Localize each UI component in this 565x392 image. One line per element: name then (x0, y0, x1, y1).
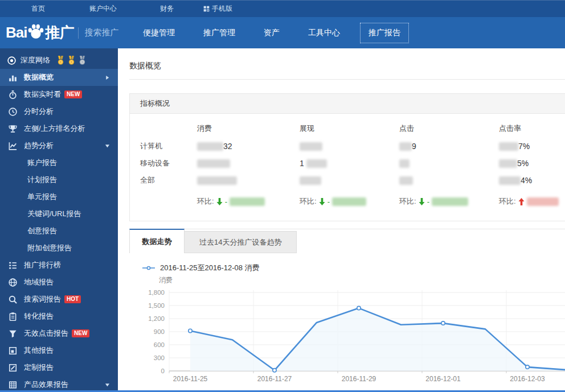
topbar-home-label: 首页 (31, 4, 45, 14)
main-navbar: Bai 推广 搜索推广 便捷管理 推广管理 资产 工具中心 推广报告 (0, 17, 565, 48)
sidebar-item-2[interactable]: 分时分析 (0, 103, 118, 120)
value-fragment: 7% (518, 142, 530, 151)
topbar-item-home[interactable]: 首页 (31, 4, 45, 14)
sidebar-subitem-label: 附加创意报告 (27, 243, 72, 253)
redacted-ratio-value (332, 197, 366, 206)
sidebar-item-7[interactable]: 搜索词报告HOT (0, 291, 118, 308)
sidebar-subitem-label: 账户报告 (27, 158, 57, 168)
clock-icon (8, 107, 18, 117)
metric-value-cell (197, 155, 300, 172)
nav-item-assets[interactable]: 资产 (256, 23, 288, 43)
sidebar-item-5[interactable]: 推广排行榜 (0, 257, 118, 274)
sub-brand-label: 搜索推广 (84, 27, 118, 38)
sidebar-subitem[interactable]: 关键词/URL报告 (0, 205, 118, 222)
legend-line-marker-icon (142, 265, 155, 271)
main-nav-items: 便捷管理 推广管理 资产 工具中心 推广报告 (135, 23, 421, 43)
sidebar-account[interactable]: 深度网络 (0, 52, 118, 69)
sidebar-item-label: 地域报告 (24, 277, 54, 287)
column-header-label: 点击率 (499, 123, 521, 134)
row-label: 全部 (140, 172, 197, 189)
redacted-value (197, 176, 237, 185)
metrics-panel-title: 指标概况 (130, 94, 565, 114)
svg-text:2016-11-29: 2016-11-29 (342, 375, 376, 383)
metric-value-cell: 7% (499, 138, 565, 155)
corner-cell (140, 119, 197, 138)
sidebar-item-label: 其他报告 (24, 345, 54, 356)
column-header: 消费 (197, 119, 300, 138)
redacted-value (300, 142, 322, 151)
column-header-label: 点击 (399, 123, 414, 134)
chart-legend[interactable]: 2016-11-25至2016-12-08 消费 (142, 263, 565, 273)
tab-data-trend[interactable]: 数据走势 (129, 229, 185, 253)
nav-item-promo-report[interactable]: 推广报告 (361, 23, 408, 43)
sidebar-subitem-label: 创意报告 (27, 226, 57, 236)
sidebar-item-label: 趋势分析 (24, 141, 54, 151)
bar-chart-icon (8, 73, 18, 82)
svg-text:消费: 消费 (159, 276, 173, 284)
ratio-label: 环比: (300, 196, 317, 207)
sidebar-item-8[interactable]: 转化报告 (0, 308, 118, 325)
metric-value-cell: 9 (399, 138, 499, 155)
svg-text:600: 600 (154, 341, 165, 348)
sidebar-item-label: 推广排行榜 (24, 260, 61, 270)
arrow-up-icon (518, 198, 525, 205)
tab-14day-device-trend[interactable]: 过去14天分推广设备趋势 (185, 231, 297, 253)
target-icon (7, 56, 17, 65)
column-header: 展现 (300, 119, 399, 138)
sidebar-item-11[interactable]: 定制报告 (0, 359, 118, 376)
svg-text:1,800: 1,800 (148, 289, 165, 296)
page-title: 数据概览 (129, 61, 565, 80)
redacted-value (499, 142, 518, 151)
app-window: 首页 账户中心 财务 手机版 Bai 推广 搜索推广 便捷管理 推广管理 资产 … (0, 0, 565, 392)
sidebar-item-label: 数据实时看 (24, 89, 61, 100)
arrow-down-icon (319, 198, 325, 205)
grid-icon (8, 380, 18, 390)
legend-label: 2016-11-25至2016-12-08 消费 (160, 263, 260, 273)
trend-chart[interactable]: 03006009001,2001,5001,800消费2016-11-25201… (129, 274, 565, 388)
sidebar-subitem[interactable]: 单元报告 (0, 188, 118, 205)
sidebar-subitem[interactable]: 创意报告 (0, 222, 118, 240)
redacted-value (499, 159, 517, 168)
topbar-item-mobile-version[interactable]: 手机版 (203, 4, 232, 14)
metrics-table: 消费展现点击点击率计算机3297%移动设备1 5%全部4%环比:-环比:-环比:… (130, 114, 565, 221)
metric-value-cell (399, 155, 499, 172)
ratio-label: 环比: (499, 196, 516, 207)
baidu-brand-logo[interactable]: Bai 推广 搜索推广 (6, 23, 122, 43)
metric-value-cell: 32 (197, 138, 300, 155)
sidebar-subitem[interactable]: 计划报告 (0, 171, 118, 188)
svg-text:900: 900 (154, 328, 165, 335)
sidebar-subitem[interactable]: 附加创意报告 (0, 240, 118, 257)
metric-value-cell: 1 (300, 155, 399, 172)
sidebar-item-label: 分时分析 (24, 106, 54, 117)
topbar-item-account-center[interactable]: 账户中心 (89, 4, 117, 14)
topbar-item-finance[interactable]: 财务 (160, 4, 174, 14)
sidebar-item-label: 数据概览 (24, 72, 54, 82)
svg-text:2016-11-25: 2016-11-25 (173, 375, 208, 383)
nav-item-promo-manage[interactable]: 推广管理 (195, 23, 243, 43)
line-chart-icon (8, 141, 18, 151)
svg-text:1,200: 1,200 (148, 315, 165, 322)
logo-text-bai: Bai (6, 24, 27, 42)
sidebar-item-9[interactable]: 无效点击报告NEW (0, 325, 118, 342)
sidebar-item-10[interactable]: 其他报告 (0, 342, 118, 359)
svg-text:2016-12-03: 2016-12-03 (510, 375, 545, 383)
trend-tabs: 数据走势 过去14天分推广设备趋势 (129, 229, 565, 253)
chevron-right-icon (105, 75, 110, 80)
sidebar-item-4[interactable]: 趋势分析 (0, 137, 118, 154)
data-point-marker (273, 369, 276, 372)
sidebar-item-1[interactable]: 数据实时看NEW (0, 86, 118, 103)
sidebar-item-12[interactable]: 产品效果报告 (0, 376, 118, 392)
ratio-cell: 环比:- (300, 191, 399, 212)
nav-item-quick-manage[interactable]: 便捷管理 (135, 23, 183, 43)
medal-gold-icon (67, 56, 76, 65)
metrics-overview-panel: 指标概况 消费展现点击点击率计算机3297%移动设备1 5%全部4%环比:-环比… (129, 93, 565, 221)
brand-divider (78, 27, 79, 39)
medal-gold-icon (56, 56, 65, 65)
sidebar-item-0[interactable]: 数据概览 (0, 69, 118, 86)
column-header: 点击率 (499, 119, 565, 138)
nav-item-tool-center[interactable]: 工具中心 (300, 23, 348, 43)
sidebar-subitem[interactable]: 账户报告 (0, 154, 118, 171)
sidebar-item-3[interactable]: 左侧/上方排名分析 (0, 120, 118, 137)
sidebar-item-6[interactable]: 地域报告 (0, 274, 118, 291)
data-point-marker (441, 321, 445, 325)
